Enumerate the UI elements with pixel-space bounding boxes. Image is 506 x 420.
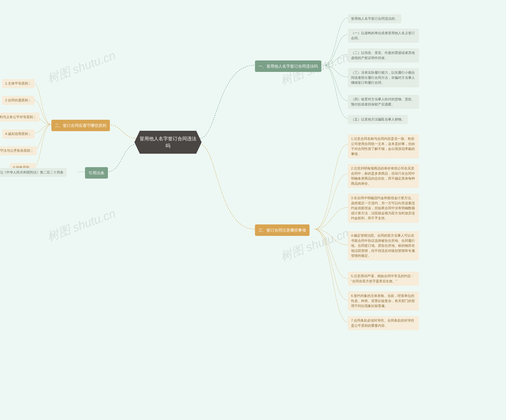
leaf-1-2[interactable]: （二）以伪造、变造、作废的票据或者其他虚假的产权证明作担保。 [348,48,419,62]
root-node[interactable]: 冒用他人名字签订合同违法吗 [134,131,202,154]
leaf-3-0[interactable]: 1.注意合同名称与合同内容是否一致。有些公司使用合同统一文本，这本是好事，但由于… [348,134,419,158]
leaf-1-5[interactable]: （五）以其他方法骗取当事人财物。 [348,115,408,124]
watermark: 树图 shutu.cn [45,205,118,245]
leaf-3-5[interactable]: 6.签约对象的主体资格。当前，经营单位的性质、种类、背景比较复杂，有关部门的管理… [348,291,419,311]
leaf-3-4[interactable]: 5.注意用词严谨。例如合同中常见的约定：“合同在双方签字盖章后生效。” [348,272,419,286]
leaf-2-1[interactable]: 2.合同自愿原则； [2,96,35,105]
leaf-2-0[interactable]: 1.主体平等原则； [2,79,35,88]
leaf-3-2[interactable]: 3.在合同中明确违约金和赔偿金计算方法。虽然规定一方违约，另一方可以向其追索违约… [348,194,419,223]
branch-4[interactable]: 引用法条 [85,167,108,179]
leaf-4-0[interactable]: [1]《中华人民共和国刑法》第二百二十四条 [0,168,67,177]
watermark: 树图 shutu.cn [45,47,118,87]
leaf-3-1[interactable]: 2.注意列明每项商品的单价有些公司在买卖合同中，标的是多类商品，但却只在合同中明… [348,164,419,188]
branch-1[interactable]: 一、冒用他人名字签订合同违法吗 [255,60,321,72]
leaf-1-1[interactable]: （一）以虚构的单位或者冒用他人名义签订合同。 [348,29,419,43]
leaf-2-3[interactable]: 4.诚实信用原则； [2,129,35,138]
leaf-3-3[interactable]: 4.确定管辖法院。合同的双方当事人可以在书面合同中协议选择被告住所地、合同履行地… [348,231,419,260]
leaf-3-6[interactable]: 7.合同条款必须对等性。合同条款的对等性是公平原则的重要内容。 [348,316,419,330]
leaf-2-2[interactable]: 3.权利与义务公平对等原则； [0,113,40,122]
leaf-1-4[interactable]: （四）收受对方当事人给付的货物、货款、预付款或者担保财产后逃匿。 [348,95,419,109]
connectors [0,0,506,420]
leaf-1-0[interactable]: 冒用他人名字签订合同违法的。 [348,14,401,23]
leaf-1-3[interactable]: （三）没有实际履行能力，以先履行小额合同或者部分履行合同方法，诈骗对方当事人继续… [348,68,419,87]
leaf-2-4[interactable]: 5.守法与公序良俗原则； [0,146,37,155]
branch-2[interactable]: 二、签订合同应遵守哪些原则 [51,120,110,131]
branch-3[interactable]: 三、签订合同注意哪些事项 [255,224,310,236]
